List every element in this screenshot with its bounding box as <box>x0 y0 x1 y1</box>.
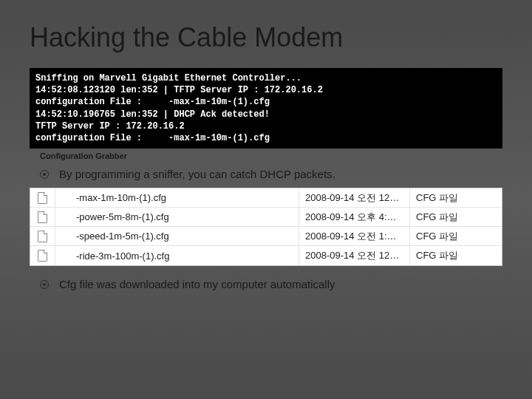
file-date: 2008-09-14 오전 1:… <box>299 227 410 245</box>
file-icon <box>38 250 47 262</box>
terminal-line: TFTP Server IP : 172.20.16.2 <box>35 121 185 132</box>
file-name: -speed-1m-5m-(1).cfg <box>55 227 299 245</box>
bullet-icon <box>40 170 49 179</box>
file-type: CFG 파일 <box>410 188 502 207</box>
file-list: -max-1m-10m-(1).cfg 2008-09-14 오전 12… CF… <box>30 188 502 266</box>
file-icon <box>38 211 47 223</box>
file-type: CFG 파일 <box>410 208 502 226</box>
bullet-item: Cfg file was downloaded into my computer… <box>40 278 502 290</box>
file-type: CFG 파일 <box>410 227 502 245</box>
file-icon <box>38 231 47 242</box>
file-name: -max-1m-10m-(1).cfg <box>55 188 299 207</box>
terminal-line: 14:52:10.196765 len:352 | DHCP Ack detec… <box>35 109 270 120</box>
file-row[interactable]: -power-5m-8m-(1).cfg 2008-09-14 오후 4:… C… <box>30 208 502 227</box>
file-row[interactable]: -ride-3m-100m-(1).cfg 2008-09-14 오전 12… … <box>30 246 502 265</box>
terminal-line: configuration File : -max-1m-10m-(1).cfg <box>35 97 270 107</box>
file-date: 2008-09-14 오전 12… <box>299 188 410 207</box>
file-row[interactable]: -speed-1m-5m-(1).cfg 2008-09-14 오전 1:… C… <box>30 227 502 246</box>
file-row[interactable]: -max-1m-10m-(1).cfg 2008-09-14 오전 12… CF… <box>30 188 502 208</box>
bullet-text: By programming a sniffer, you can catch … <box>59 168 335 180</box>
file-name: -power-5m-8m-(1).cfg <box>55 208 299 226</box>
bullet-icon <box>40 280 49 289</box>
file-date: 2008-09-14 오후 4:… <box>299 208 410 226</box>
bullet-text: Cfg file was downloaded into my computer… <box>59 278 335 290</box>
file-name: -ride-3m-100m-(1).cfg <box>55 246 299 265</box>
slide: Hacking the Cable Modem Sniffing on Marv… <box>0 0 532 320</box>
terminal-line: Sniffing on Marvell Gigabit Ethernet Con… <box>35 73 301 83</box>
file-icon-cell <box>30 246 55 265</box>
file-icon <box>38 192 47 204</box>
terminal-line: 14:52:08.123120 len:352 | TFTP Server IP… <box>35 85 323 95</box>
terminal-caption: Configuration Grabber <box>40 151 502 160</box>
file-icon-cell <box>30 188 55 207</box>
slide-title: Hacking the Cable Modem <box>30 22 502 53</box>
bullet-item: By programming a sniffer, you can catch … <box>40 168 502 180</box>
terminal-line: configuration File : -max-1m-10m-(1).cfg <box>35 133 270 143</box>
terminal-output: Sniffing on Marvell Gigabit Ethernet Con… <box>30 68 502 149</box>
file-icon-cell <box>30 227 55 245</box>
file-type: CFG 파일 <box>410 246 502 265</box>
file-date: 2008-09-14 오전 12… <box>299 246 410 265</box>
file-icon-cell <box>30 208 55 226</box>
